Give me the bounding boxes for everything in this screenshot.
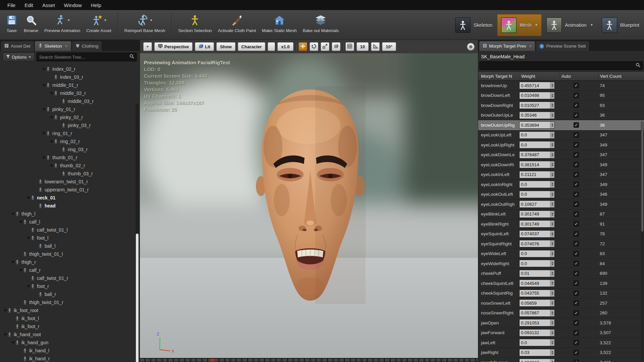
expander-arrow-icon[interactable] — [26, 197, 30, 199]
auto-checkbox[interactable]: ✓ — [574, 192, 579, 197]
auto-checkbox[interactable]: ✓ — [574, 291, 579, 296]
dropdown-caret-icon[interactable]: ▼ — [535, 23, 538, 26]
skeleton-tree-item[interactable]: calf_twist_01_r — [0, 274, 140, 282]
spinbox-drag-handle[interactable] — [550, 181, 554, 188]
skeleton-tree-item[interactable]: thumb_02_r — [0, 162, 140, 170]
rotation-snap-toggle[interactable] — [371, 42, 380, 51]
tab-skeleton[interactable]: Skeleton × — [35, 41, 71, 51]
expander-arrow-icon[interactable] — [42, 84, 46, 86]
weight-spinbox[interactable] — [519, 210, 555, 218]
morph-target-row[interactable]: eyeLookOutRigh✓349 — [478, 199, 644, 209]
menu-window[interactable]: Window — [64, 2, 82, 8]
auto-checkbox[interactable]: ✓ — [574, 93, 579, 98]
weight-input[interactable] — [520, 211, 550, 218]
morph-target-row[interactable]: mouthFunnel✓7,465 — [478, 358, 644, 362]
grid-snap-toggle[interactable] — [345, 42, 354, 51]
skeleton-tree-item[interactable]: middle_02_r — [0, 89, 140, 97]
scale-tool-button[interactable] — [321, 42, 329, 51]
expander-arrow-icon[interactable] — [42, 108, 46, 111]
weight-spinbox[interactable] — [519, 260, 555, 267]
skeleton-tree-item[interactable]: ik_foot_l — [0, 314, 140, 322]
weight-spinbox[interactable] — [519, 171, 555, 178]
expander-arrow-icon[interactable] — [11, 342, 15, 344]
preview-mesh-head[interactable] — [255, 86, 366, 304]
weight-input[interactable] — [520, 319, 550, 326]
auto-checkbox[interactable]: ✓ — [574, 113, 579, 118]
column-header-weight[interactable]: Weight — [519, 72, 559, 80]
skeleton-tree-item[interactable]: ik_foot_root — [0, 306, 140, 314]
weight-input[interactable] — [520, 231, 550, 237]
auto-checkbox[interactable]: ✓ — [574, 231, 579, 237]
expander-arrow-icon[interactable] — [11, 261, 15, 263]
weight-input[interactable] — [520, 152, 550, 158]
morph-target-row[interactable]: eyeLookUpRight✓349 — [478, 140, 644, 150]
weight-input[interactable] — [520, 290, 550, 297]
weight-spinbox[interactable] — [519, 270, 555, 277]
viewport-options-button[interactable]: ▼ — [143, 42, 152, 51]
spinbox-drag-handle[interactable] — [550, 260, 554, 267]
morph-target-row[interactable]: jawRight✓3,522 — [478, 348, 644, 358]
weight-input[interactable] — [520, 349, 550, 356]
skeleton-tree-item[interactable]: calf_twist_01_l — [0, 226, 140, 234]
camera-speed-button[interactable] — [467, 43, 475, 51]
weight-input[interactable] — [520, 221, 550, 227]
skeleton-tree-item[interactable]: ik_hand_gun — [0, 339, 140, 347]
weight-input[interactable] — [520, 112, 550, 119]
weight-spinbox[interactable] — [519, 200, 555, 208]
auto-checkbox[interactable]: ✓ — [574, 251, 579, 256]
skeleton-tree-item[interactable]: lowerarm_twist_01_r — [0, 178, 140, 186]
scrollbar-thumb[interactable] — [136, 234, 139, 362]
skeleton-tree-item[interactable]: thigh_twist_01_l — [0, 250, 140, 258]
skeleton-tree-item[interactable]: ring_02_r — [0, 137, 140, 145]
weight-spinbox[interactable] — [519, 131, 555, 139]
weight-spinbox[interactable] — [519, 299, 555, 307]
expander-arrow-icon[interactable] — [19, 269, 22, 272]
weight-spinbox[interactable] — [519, 349, 555, 356]
auto-checkbox[interactable]: ✓ — [574, 340, 579, 345]
skeleton-tree-item[interactable]: thigh_r — [0, 258, 140, 266]
tab-preview-scene-settings[interactable]: i Preview Scene Sett — [536, 41, 589, 51]
auto-checkbox[interactable]: ✓ — [574, 201, 579, 207]
mode-mesh-button[interactable]: Mesh▼ — [497, 14, 542, 36]
weight-spinbox[interactable] — [519, 250, 555, 257]
skeleton-tree-item[interactable]: foot_l — [0, 234, 140, 242]
spinbox-drag-handle[interactable] — [550, 132, 554, 138]
weight-input[interactable] — [520, 141, 550, 148]
weight-input[interactable] — [520, 92, 550, 99]
morph-target-row[interactable]: eyeLookDownRi✓349 — [478, 160, 644, 170]
skeleton-tree-item[interactable]: thumb_03_r — [0, 170, 140, 178]
activate-cloth-paint-button[interactable]: Activate Cloth Paint — [215, 12, 259, 33]
expander-arrow-icon[interactable] — [19, 221, 22, 223]
perspective-button[interactable]: Perspective — [154, 42, 193, 51]
mode-skeleton-button[interactable]: Skeleton — [451, 14, 496, 36]
scrollbar-thumb[interactable] — [641, 121, 643, 232]
weight-spinbox[interactable] — [519, 121, 555, 129]
weight-input[interactable] — [520, 102, 550, 109]
weight-input[interactable] — [520, 132, 550, 138]
skeleton-tree-item[interactable]: index_02_r — [0, 65, 140, 73]
column-header-name[interactable]: Morph Target N — [478, 72, 519, 80]
morph-target-row[interactable]: cheekSquintLeft✓139 — [478, 279, 644, 289]
morph-target-row[interactable]: browInnerUp✓74 — [478, 81, 644, 91]
weight-spinbox[interactable] — [519, 161, 555, 168]
auto-checkbox[interactable]: ✓ — [574, 221, 579, 227]
skeleton-tree-item[interactable]: calf_r — [0, 266, 140, 274]
expander-arrow-icon[interactable] — [26, 237, 30, 239]
auto-checkbox[interactable]: ✓ — [574, 122, 579, 128]
weight-input[interactable] — [520, 201, 550, 207]
weight-spinbox[interactable] — [519, 102, 555, 109]
expander-arrow-icon[interactable] — [26, 285, 30, 288]
auto-checkbox[interactable]: ✓ — [574, 300, 579, 306]
weight-input[interactable] — [520, 280, 550, 287]
expander-arrow-icon[interactable] — [3, 309, 7, 312]
morph-target-row[interactable]: eyeLookDownLe✓347 — [478, 150, 644, 160]
skeleton-tree-item[interactable]: neck_01 — [0, 194, 140, 202]
skeleton-tree-item[interactable]: middle_01_r — [0, 81, 140, 89]
weight-spinbox[interactable] — [519, 309, 555, 317]
morph-target-row[interactable]: eyeWideRight✓84 — [478, 259, 644, 269]
morph-target-row[interactable]: jawOpen✓3,578 — [478, 318, 644, 328]
expander-arrow-icon[interactable] — [42, 157, 46, 159]
spinbox-drag-handle[interactable] — [550, 280, 554, 287]
weight-input[interactable] — [520, 122, 550, 128]
morph-target-row[interactable]: eyeSquintLeft✓78 — [478, 229, 644, 239]
